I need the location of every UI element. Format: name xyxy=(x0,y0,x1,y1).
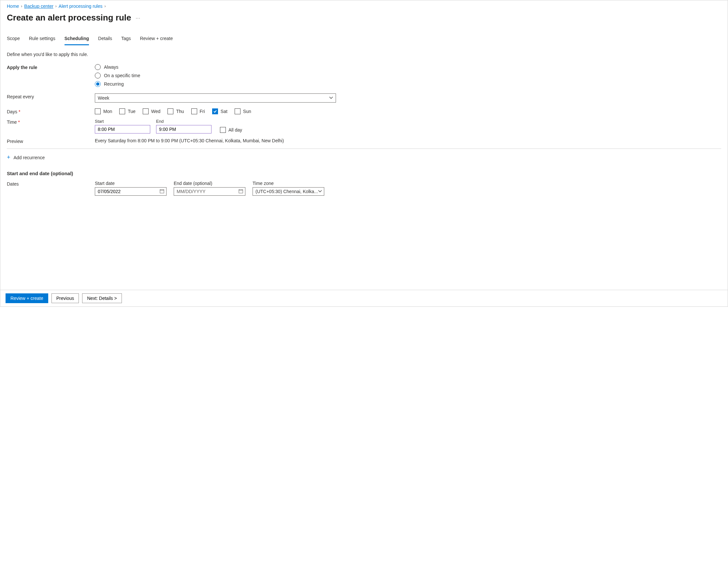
review-create-button[interactable]: Review + create xyxy=(6,293,48,303)
radio-recurring[interactable]: Recurring xyxy=(95,81,336,87)
page-title: Create an alert processing rule xyxy=(7,13,131,23)
breadcrumb: Home › Backup center › Alert processing … xyxy=(7,4,721,9)
radio-label: On a specific time xyxy=(104,73,140,78)
radio-label: Always xyxy=(104,65,118,70)
radio-selected-icon xyxy=(95,81,101,87)
tab-scope[interactable]: Scope xyxy=(7,35,20,45)
svg-rect-0 xyxy=(160,190,164,193)
checkbox-sat[interactable]: Sat xyxy=(212,108,227,114)
chevron-down-icon xyxy=(318,189,322,194)
chevron-right-icon: › xyxy=(21,4,22,8)
tab-rule-settings[interactable]: Rule settings xyxy=(29,35,55,45)
start-date-label: Start date xyxy=(95,181,167,186)
plus-icon: + xyxy=(7,154,10,161)
breadcrumb-home[interactable]: Home xyxy=(7,4,19,9)
start-end-heading: Start and end date (optional) xyxy=(7,171,721,176)
tab-review-create[interactable]: Review + create xyxy=(140,35,173,45)
checkbox-icon xyxy=(119,108,125,114)
description-text: Define when you'd like to apply this rul… xyxy=(7,52,721,57)
radio-icon xyxy=(95,64,101,70)
checkbox-icon xyxy=(143,108,149,114)
add-recurrence-button[interactable]: + Add recurrence xyxy=(7,153,721,162)
breadcrumb-backup-center[interactable]: Backup center xyxy=(24,4,53,9)
preview-label: Preview xyxy=(7,138,95,144)
dates-label: Dates xyxy=(7,181,95,196)
start-date-field[interactable] xyxy=(98,189,153,194)
checkbox-all-day[interactable]: All day xyxy=(220,127,242,134)
tab-scheduling[interactable]: Scheduling xyxy=(65,35,89,45)
checkbox-checked-icon xyxy=(212,108,218,114)
time-label: Time* xyxy=(7,119,95,134)
svg-rect-4 xyxy=(239,190,243,193)
end-date-field[interactable] xyxy=(177,189,232,194)
checkbox-sun[interactable]: Sun xyxy=(235,108,251,114)
checkbox-mon[interactable]: Mon xyxy=(95,108,112,114)
add-recurrence-label: Add recurrence xyxy=(14,155,45,160)
radio-specific-time[interactable]: On a specific time xyxy=(95,73,336,79)
all-day-label: All day xyxy=(228,127,242,133)
radio-icon xyxy=(95,73,101,79)
checkbox-icon xyxy=(191,108,197,114)
checkbox-label: Sun xyxy=(243,109,251,114)
start-time-input[interactable] xyxy=(95,125,150,134)
chevron-down-icon xyxy=(329,96,333,101)
repeat-every-select[interactable]: Week xyxy=(95,94,336,103)
footer-bar: Review + create Previous Next: Details > xyxy=(0,290,728,306)
timezone-label: Time zone xyxy=(253,181,324,186)
start-time-label: Start xyxy=(95,119,150,124)
tab-tags[interactable]: Tags xyxy=(121,35,131,45)
checkbox-icon xyxy=(95,108,101,114)
checkbox-tue[interactable]: Tue xyxy=(119,108,136,114)
radio-label: Recurring xyxy=(104,81,124,87)
timezone-select[interactable]: (UTC+05:30) Chennai, Kolka... xyxy=(253,187,324,196)
end-date-input[interactable] xyxy=(174,187,245,196)
end-date-label: End date (optional) xyxy=(174,181,245,186)
divider xyxy=(7,149,721,149)
start-date-input[interactable] xyxy=(95,187,167,196)
days-label: Days* xyxy=(7,108,95,114)
preview-text: Every Saturday from 8:00 PM to 9:00 PM (… xyxy=(95,138,284,143)
timezone-value: (UTC+05:30) Chennai, Kolka... xyxy=(255,189,318,194)
calendar-icon xyxy=(239,189,243,195)
checkbox-label: Thu xyxy=(176,109,184,114)
next-details-button[interactable]: Next: Details > xyxy=(82,293,122,303)
calendar-icon xyxy=(160,189,164,195)
end-time-label: End xyxy=(156,119,211,124)
checkbox-label: Mon xyxy=(103,109,112,114)
checkbox-wed[interactable]: Wed xyxy=(143,108,161,114)
tab-bar: Scope Rule settings Scheduling Details T… xyxy=(7,35,721,45)
checkbox-thu[interactable]: Thu xyxy=(167,108,184,114)
checkbox-icon xyxy=(235,108,240,114)
repeat-every-label: Repeat every xyxy=(7,94,95,103)
previous-button[interactable]: Previous xyxy=(51,293,79,303)
breadcrumb-alert-rules[interactable]: Alert processing rules xyxy=(59,4,103,9)
checkbox-fri[interactable]: Fri xyxy=(191,108,205,114)
chevron-right-icon: › xyxy=(104,4,106,8)
chevron-right-icon: › xyxy=(55,4,57,8)
checkbox-label: Fri xyxy=(200,109,205,114)
select-value: Week xyxy=(98,95,109,101)
checkbox-icon xyxy=(167,108,173,114)
tab-details[interactable]: Details xyxy=(98,35,112,45)
apply-rule-label: Apply the rule xyxy=(7,64,95,87)
checkbox-label: Wed xyxy=(151,109,161,114)
checkbox-label: Tue xyxy=(128,109,136,114)
more-actions-button[interactable]: ··· xyxy=(136,15,140,21)
end-time-input[interactable] xyxy=(156,125,211,134)
checkbox-icon xyxy=(220,127,226,133)
radio-always[interactable]: Always xyxy=(95,64,336,70)
checkbox-label: Sat xyxy=(221,109,227,114)
